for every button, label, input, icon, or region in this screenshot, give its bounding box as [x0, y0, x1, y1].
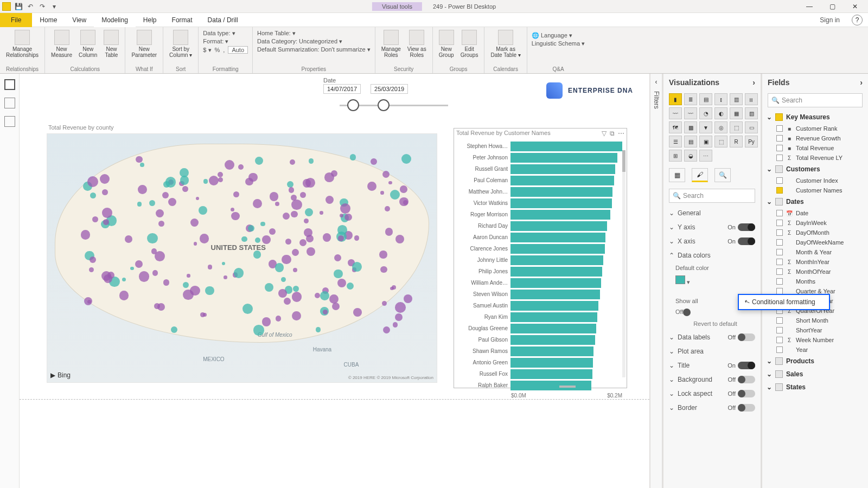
- map-bubble[interactable]: [242, 304, 253, 314]
- bar[interactable]: [510, 198, 612, 208]
- viz-type-11[interactable]: ▧: [745, 107, 758, 119]
- bar[interactable]: [510, 187, 612, 197]
- map-bubble[interactable]: [270, 192, 279, 201]
- map-bubble[interactable]: [307, 247, 315, 256]
- map-bubble[interactable]: [163, 279, 169, 285]
- format-search-input[interactable]: 🔍 Search: [669, 189, 755, 203]
- data-category-dropdown[interactable]: Data Category: Uncategorized ▾: [257, 38, 342, 45]
- bar[interactable]: [510, 335, 595, 345]
- tab-format[interactable]: Format: [164, 13, 200, 27]
- map-bubble[interactable]: [353, 308, 362, 317]
- bar[interactable]: [510, 312, 597, 322]
- map-bubble[interactable]: [293, 286, 299, 292]
- bar[interactable]: [510, 346, 593, 356]
- field-monthofyear[interactable]: ΣMonthOfYear: [765, 267, 865, 277]
- new-table-button[interactable]: New Table: [102, 29, 120, 59]
- bar-chart-visual[interactable]: Total Revenue by Customer Names ▽ ⧉ ⋯ St…: [454, 128, 627, 388]
- map-bubble[interactable]: [218, 172, 223, 177]
- bar-hscroll-thumb[interactable]: [559, 386, 576, 388]
- slicer-from-input[interactable]: 14/07/2017: [323, 84, 361, 94]
- field-shortyear[interactable]: ShortYear: [765, 325, 865, 335]
- tab-view[interactable]: View: [65, 13, 94, 27]
- table-dates[interactable]: ⌄Dates: [765, 195, 865, 208]
- field-dayofweekname[interactable]: DayOfWeekName: [765, 237, 865, 247]
- table-products[interactable]: ⌄Products: [765, 355, 865, 368]
- tab-modeling[interactable]: Modeling: [94, 13, 136, 27]
- table-sales[interactable]: ⌄Sales: [765, 368, 865, 381]
- map-bubble[interactable]: [393, 322, 398, 327]
- map-bubble[interactable]: [400, 185, 407, 193]
- field-year[interactable]: Year: [765, 345, 865, 355]
- field-customer-index[interactable]: Customer Index: [765, 176, 865, 185]
- map-bubble[interactable]: [187, 274, 190, 278]
- viz-type-20[interactable]: ▣: [699, 136, 712, 147]
- field-month-year[interactable]: Month & Year: [765, 247, 865, 257]
- save-icon[interactable]: 💾: [14, 2, 23, 11]
- bar[interactable]: [510, 176, 614, 185]
- map-bubble[interactable]: [305, 208, 313, 216]
- currency-button[interactable]: $ ▾: [203, 47, 211, 54]
- slicer-to-input[interactable]: 25/03/2019: [371, 84, 408, 94]
- map-bubble[interactable]: [379, 251, 387, 258]
- map-bubble[interactable]: [367, 182, 376, 191]
- field-monthinyear[interactable]: ΣMonthInYear: [765, 257, 865, 267]
- view-as-roles-button[interactable]: View as Roles: [406, 29, 428, 59]
- map-bubble[interactable]: [119, 291, 129, 300]
- map-bubble[interactable]: [305, 178, 315, 188]
- revert-to-default-button[interactable]: Revert to default: [675, 317, 755, 330]
- bar[interactable]: [510, 221, 607, 231]
- map-bubble[interactable]: [382, 171, 390, 178]
- map-bubble[interactable]: [265, 283, 273, 292]
- field-total-revenue-ly[interactable]: ΣTotal Revenue LY: [765, 153, 865, 163]
- format-section-lock-aspect[interactable]: ⌄Lock aspectOff: [669, 387, 755, 401]
- map-bubble[interactable]: [340, 203, 350, 214]
- new-parameter-button[interactable]: New Parameter: [130, 29, 158, 59]
- map-bubble[interactable]: [253, 325, 264, 335]
- map-visual[interactable]: Total Revenue by county UNITED STATES ME…: [47, 133, 437, 383]
- map-bubble[interactable]: [350, 154, 356, 160]
- map-bubble[interactable]: [255, 237, 260, 243]
- map-bubble[interactable]: [180, 176, 189, 184]
- viz-type-19[interactable]: ▤: [684, 136, 697, 147]
- map-bubble[interactable]: [383, 326, 390, 333]
- map-bubble[interactable]: [388, 181, 392, 185]
- color-dropdown-icon[interactable]: ▾: [687, 279, 690, 285]
- map-bubble[interactable]: [171, 326, 177, 333]
- fields-collapse-icon[interactable]: ›: [860, 78, 863, 87]
- slicer-handle-right[interactable]: [378, 99, 390, 111]
- field-total-revenue[interactable]: ■Total Revenue: [765, 143, 865, 153]
- map-bubble[interactable]: [102, 189, 108, 195]
- conditional-formatting-context-menu[interactable]: ↖Conditional formatting: [738, 294, 830, 310]
- pane-collapse-icon[interactable]: ›: [752, 78, 755, 87]
- viz-type-15[interactable]: ◎: [714, 121, 727, 133]
- map-bubble[interactable]: [352, 262, 362, 272]
- bar-scrollbar[interactable]: [622, 150, 626, 377]
- map-bubble[interactable]: [275, 263, 284, 272]
- tab-data-drill[interactable]: Data / Drill: [200, 13, 246, 27]
- fields-search-input[interactable]: 🔍 Search: [768, 93, 863, 107]
- viz-type-14[interactable]: ▼: [699, 121, 712, 133]
- map-bubble[interactable]: [231, 212, 240, 221]
- viz-type-16[interactable]: ⬚: [730, 121, 743, 133]
- map-bubble[interactable]: [304, 219, 309, 223]
- field-revenue-growth[interactable]: ■Revenue Growth: [765, 133, 865, 143]
- file-menu-button[interactable]: File: [0, 13, 32, 27]
- language-dropdown[interactable]: 🌐 Language ▾: [532, 32, 572, 39]
- manage-relationships-button[interactable]: Manage Relationships: [4, 29, 40, 59]
- map-bubble[interactable]: [225, 160, 234, 170]
- map-bubble[interactable]: [155, 251, 165, 261]
- map-bubble[interactable]: [323, 233, 331, 242]
- map-bubble[interactable]: [140, 163, 144, 167]
- toggle-lock-aspect[interactable]: [738, 390, 755, 397]
- map-bubble[interactable]: [138, 185, 147, 194]
- bar[interactable]: [510, 290, 600, 299]
- format-section-x-axis[interactable]: ⌄X axisOn: [669, 234, 755, 248]
- viz-type-24[interactable]: ⊞: [669, 150, 682, 162]
- map-bubble[interactable]: [320, 291, 329, 300]
- format-section-data-colors[interactable]: ⌃Data colors: [669, 248, 755, 262]
- map-bubble[interactable]: [390, 190, 400, 200]
- map-bubble[interactable]: [100, 174, 110, 184]
- format-section-border[interactable]: ⌄BorderOff: [669, 401, 755, 415]
- format-dropdown[interactable]: Format: ▾: [203, 38, 228, 45]
- map-bubble[interactable]: [276, 316, 282, 322]
